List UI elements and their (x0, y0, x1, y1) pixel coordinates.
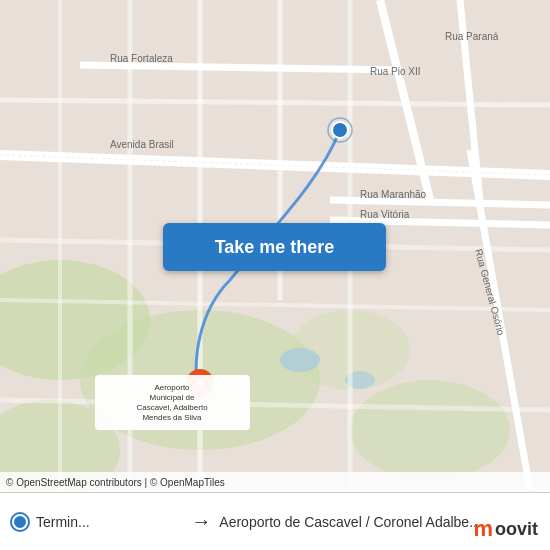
svg-point-6 (280, 348, 320, 372)
svg-text:Rua Vitória: Rua Vitória (360, 209, 410, 220)
take-me-there-button[interactable]: Take me there (163, 223, 386, 271)
moovit-logo: m oovit (473, 516, 538, 542)
origin-section: Termin... (0, 514, 183, 530)
svg-text:Rua Pio XII: Rua Pio XII (370, 66, 421, 77)
svg-text:Cascavel, Adalberto: Cascavel, Adalberto (136, 403, 208, 412)
attribution-text: © OpenStreetMap contributors | © OpenMap… (6, 477, 225, 488)
svg-text:Rua Maranhão: Rua Maranhão (360, 189, 427, 200)
app: Rua Fortaleza Avenida Brasil Rua Pio XII… (0, 0, 550, 550)
attribution-bar: © OpenStreetMap contributors | © OpenMap… (0, 472, 550, 492)
moovit-text: oovit (495, 519, 538, 540)
svg-point-32 (332, 122, 348, 138)
destination-label: Aeroporto de Cascavel / Coronel Adalbe..… (219, 514, 481, 530)
svg-line-13 (330, 200, 550, 205)
svg-text:Rua Fortaleza: Rua Fortaleza (110, 53, 173, 64)
moovit-m-icon: m (473, 516, 493, 542)
svg-text:Rua Paraná: Rua Paraná (445, 31, 499, 42)
svg-text:Municipal de: Municipal de (150, 393, 195, 402)
origin-label: Termin... (36, 514, 90, 530)
svg-text:Avenida Brasil: Avenida Brasil (110, 139, 174, 150)
svg-text:Mendes da Silva: Mendes da Silva (142, 413, 202, 422)
svg-text:Aeroporto: Aeroporto (154, 383, 190, 392)
route-arrow-icon: → (183, 510, 219, 533)
svg-point-3 (350, 380, 510, 480)
origin-dot-icon (12, 514, 28, 530)
bottom-bar: Termin... → Aeroporto de Cascavel / Coro… (0, 492, 550, 550)
